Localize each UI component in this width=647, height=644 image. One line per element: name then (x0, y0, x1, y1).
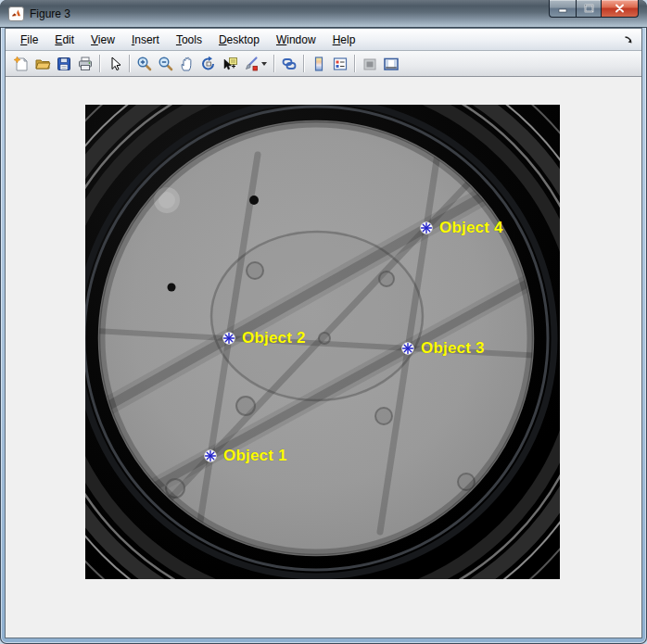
object-label: Object 3 (421, 339, 485, 358)
toolbar-separator (99, 55, 100, 72)
hide-plot-tools-button[interactable] (359, 53, 380, 74)
menu-desktop[interactable]: Desktop (210, 31, 268, 49)
title-bar[interactable]: Figure 3 (0, 0, 647, 28)
brush-dropdown-caret[interactable] (261, 62, 267, 66)
asterisk-marker-icon (420, 221, 433, 234)
pan-button[interactable] (176, 53, 197, 74)
menu-insert[interactable]: Insert (123, 31, 168, 49)
new-figure-icon (13, 56, 30, 72)
zoom-out-icon (158, 56, 174, 72)
figure-toolbar (6, 51, 641, 77)
insert-colorbar-button[interactable] (308, 53, 329, 74)
matlab-logo-icon (8, 6, 24, 21)
minimize-button[interactable] (549, 0, 576, 18)
object-annotation: Object 4 (420, 219, 503, 237)
data-cursor-button[interactable] (219, 53, 240, 74)
asterisk-marker-icon (204, 449, 217, 462)
printer-icon (77, 56, 94, 72)
colorbar-icon (311, 56, 327, 72)
zoom-in-button[interactable] (133, 53, 155, 74)
menu-view[interactable]: View (82, 31, 123, 49)
toolbar-separator (273, 55, 274, 72)
object-annotation: Object 1 (204, 447, 287, 465)
print-figure-button[interactable] (74, 53, 95, 74)
menu-file[interactable]: File (12, 31, 46, 49)
object-label: Object 2 (242, 329, 306, 347)
ct-image (85, 105, 560, 579)
window-body: File Edit View Insert Tools Desktop Wind… (5, 28, 642, 638)
window-controls (549, 0, 639, 18)
asterisk-marker-icon (222, 332, 235, 345)
menu-bar: File Edit View Insert Tools Desktop Wind… (6, 29, 641, 51)
data-cursor-icon (222, 56, 238, 72)
show-plot-tools-button[interactable] (380, 53, 401, 74)
pointer-arrow-icon (107, 56, 123, 72)
zoom-out-button[interactable] (155, 53, 176, 74)
object-annotation: Object 3 (401, 339, 485, 358)
zoom-in-icon (136, 56, 153, 72)
insert-legend-button[interactable] (329, 53, 350, 74)
menu-tools[interactable]: Tools (168, 31, 210, 49)
menu-help[interactable]: Help (324, 31, 364, 49)
dock-arrow-icon[interactable] (621, 32, 636, 47)
rotate-icon (200, 56, 217, 72)
open-folder-icon (34, 56, 51, 72)
toolbar-separator (129, 55, 130, 72)
close-button[interactable] (602, 0, 639, 18)
window-title: Figure 3 (30, 0, 70, 28)
link-plot-button[interactable] (278, 53, 299, 74)
figure-canvas[interactable]: Object 1 Object 2 (85, 105, 560, 579)
menu-window[interactable]: Window (268, 31, 324, 49)
legend-icon (332, 56, 349, 72)
new-figure-button[interactable] (10, 53, 32, 74)
hide-plot-tools-icon (362, 56, 378, 72)
hand-icon (179, 56, 196, 72)
link-icon (281, 56, 298, 72)
save-icon (56, 56, 72, 72)
rotate-3d-button[interactable] (197, 53, 219, 74)
brush-icon (243, 56, 260, 72)
object-label: Object 1 (223, 447, 287, 465)
brush-data-button[interactable] (240, 53, 261, 74)
open-file-button[interactable] (32, 53, 53, 74)
toolbar-separator (303, 55, 304, 72)
edit-plot-button[interactable] (104, 53, 125, 74)
save-figure-button[interactable] (53, 53, 74, 74)
object-label: Object 4 (439, 219, 503, 237)
figure-window: Figure 3 File Edit View Insert Tools Des… (0, 0, 647, 644)
object-annotation: Object 2 (222, 329, 306, 347)
menu-edit[interactable]: Edit (46, 31, 82, 49)
toolbar-separator (354, 55, 355, 72)
figure-client-area: Object 1 Object 2 (6, 77, 641, 638)
asterisk-marker-icon (401, 342, 414, 355)
show-plot-tools-icon (383, 56, 400, 72)
maximize-button[interactable] (576, 0, 602, 18)
